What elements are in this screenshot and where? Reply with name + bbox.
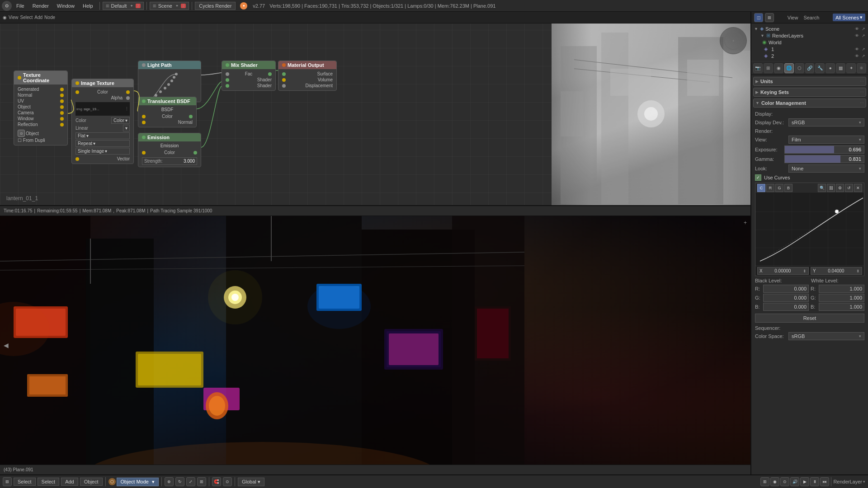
cm-look-dropdown[interactable]: None ▾ [788, 164, 864, 173]
keying-sets-section-header[interactable]: ▶ Keying Sets ⋯ [753, 88, 866, 97]
menu-window[interactable]: Window [53, 2, 78, 9]
it-color-dropdown[interactable]: Color ▾ [111, 117, 130, 124]
blender-icon[interactable]: ⊙ [2, 1, 12, 11]
view-label[interactable]: View [788, 15, 798, 20]
it-color-field[interactable]: Color Color ▾ [75, 117, 130, 124]
layer2-arrow-icon[interactable]: ↗ [862, 54, 865, 58]
scene-arrow-icon[interactable]: ↗ [862, 27, 865, 31]
curves-channel-r[interactable]: R [766, 184, 774, 192]
it-extension-field[interactable]: Repeat ▾ [75, 140, 130, 147]
tc-object-toggle[interactable]: ⊙ Object [18, 130, 39, 137]
bottom-tool-1[interactable]: ⊞ [760, 477, 769, 486]
curves-zoom-in-icon[interactable]: 🔍 [818, 184, 826, 192]
it-interpolation-field[interactable]: Linear ▾ [75, 125, 130, 131]
render-nav-left[interactable]: ◀ [4, 342, 9, 349]
node-editor-menu-view[interactable]: View [9, 15, 19, 20]
emission-node[interactable]: Emission Emission Color Strength: 3.000 [138, 133, 201, 167]
scene-tree-world[interactable]: ◉ World [753, 39, 866, 46]
prop-renderlayers-icon[interactable]: ⊞ [764, 63, 773, 73]
color-management-section-header[interactable]: ▼ Color Management ⋯ [753, 99, 866, 108]
scene-tree-renderlayers[interactable]: ▼ ⊞ RenderLayers 👁 ↗ [753, 32, 866, 39]
transform-scale-icon[interactable]: ⤢ [186, 477, 195, 486]
bottom-select-btn[interactable]: Select [38, 478, 60, 486]
renderlayers-visibility-icon[interactable]: 👁 [855, 33, 859, 38]
curves-y-field[interactable]: Y 0.04000 ⬍ [811, 267, 862, 275]
bottom-tool-3[interactable]: ⊙ [780, 477, 789, 486]
node-editor[interactable]: ◉ View Select Add Node Texture Coordinat… [0, 12, 750, 206]
image-menu-btn[interactable]: ⋮ [125, 107, 129, 111]
white-b-field[interactable]: 1.000 [819, 303, 864, 311]
keying-sets-dots[interactable]: ⋯ [860, 90, 864, 94]
prop-constraints-icon[interactable]: 🔗 [805, 63, 815, 73]
white-g-field[interactable]: 1.000 [819, 294, 864, 302]
scene-visibility-icon[interactable]: 👁 [855, 27, 859, 31]
image-preview-area[interactable]: img sign_19... ⋮ [75, 102, 130, 116]
curves-channel-g[interactable]: G [775, 184, 783, 192]
prop-modifiers-icon[interactable]: 🔧 [815, 63, 825, 73]
cm-display-device-dropdown[interactable]: sRGB ▾ [788, 118, 864, 127]
curves-x-field[interactable]: X 0.00000 ⬍ [757, 267, 809, 275]
curves-channel-b[interactable]: B [784, 184, 793, 192]
black-g-field[interactable]: 0.000 [763, 294, 809, 302]
layer2-visibility-icon[interactable]: 👁 [855, 54, 859, 58]
bottom-tool-6[interactable]: ⏸ [810, 477, 819, 486]
curves-channel-c[interactable]: C [757, 184, 765, 192]
viewport-nav-circle[interactable]: + [720, 27, 747, 54]
cm-dots[interactable]: ⋯ [860, 101, 864, 105]
prop-particles-icon[interactable]: ✦ [846, 63, 856, 73]
menu-help[interactable]: Help [79, 2, 97, 9]
it-interp-dropdown[interactable]: ▾ [123, 125, 130, 131]
node-editor-menu-node[interactable]: Node [44, 15, 55, 20]
transform-rotate-icon[interactable]: ↻ [175, 477, 184, 486]
layer1-visibility-icon[interactable]: 👁 [855, 47, 859, 52]
reset-button[interactable]: Reset [755, 314, 864, 323]
transform-grab-icon[interactable]: ⊕ [165, 477, 174, 486]
right-panel-icon-2[interactable]: ⊞ [765, 13, 774, 22]
render-layer-arrow[interactable]: ▾ [863, 479, 865, 484]
material-output-node[interactable]: Material Output Surface Volume Displacem… [278, 61, 337, 91]
curves-x-arrows[interactable]: ⬍ [803, 269, 807, 273]
curves-area[interactable]: C R G B 🔍 ⛓ ⚙ ↺ ✕ [755, 183, 864, 276]
transform-mode-icon[interactable]: ⊞ [197, 477, 206, 486]
bottom-tool-7[interactable]: ⏭ [820, 477, 829, 486]
bottom-tool-2[interactable]: ◉ [770, 477, 779, 486]
renderlayers-arrow-icon[interactable]: ↗ [862, 33, 865, 38]
curves-canvas[interactable] [755, 193, 864, 266]
all-scenes-selector[interactable]: All Scenes ▾ [833, 14, 865, 21]
em-strength-field[interactable]: Strength: 3.000 [142, 157, 197, 165]
object-mode-selector[interactable]: Object Mode ▾ [117, 478, 159, 486]
menu-render[interactable]: Render [29, 2, 52, 9]
scene-selector[interactable]: ⊞ Scene + 2 [150, 2, 189, 10]
scene-tree-layer2[interactable]: ◈ 2 👁 ↗ [753, 52, 866, 59]
workspace-selector[interactable]: ⊞ Default + 2 [103, 2, 144, 10]
global-selector[interactable]: Global ▾ [238, 478, 264, 486]
scene-tree-layer1[interactable]: ◈ 1 👁 ↗ [753, 46, 866, 52]
bottom-tool-4[interactable]: 🔊 [790, 477, 799, 486]
bottom-icon-left[interactable]: ⊞ [3, 477, 12, 486]
menu-file[interactable]: File [13, 2, 28, 9]
bottom-object-btn[interactable]: Object [80, 478, 103, 486]
cm-gamma-slider[interactable]: 0.831 [784, 155, 864, 163]
proportional-icon[interactable]: ⊙ [223, 477, 232, 486]
prop-object-icon[interactable]: ⬡ [795, 63, 804, 73]
it-source-field[interactable]: Single Image ▾ [75, 148, 130, 155]
curves-reset-icon[interactable]: ↺ [845, 184, 853, 192]
curves-close-icon[interactable]: ✕ [854, 184, 862, 192]
mix-shader-node[interactable]: Mix Shader Fac Shader Shader [222, 61, 276, 91]
it-projection-dropdown[interactable]: Flat ▾ [75, 132, 130, 139]
light-path-node[interactable]: Light Path [138, 61, 201, 102]
units-section-header[interactable]: ▶ Units ⋯ [753, 77, 866, 86]
bottom-add-btn[interactable]: Add [61, 478, 78, 486]
right-panel-icon-1[interactable]: ◫ [754, 13, 763, 22]
cm-use-curves-checkbox[interactable]: ✓ [755, 174, 761, 181]
scene-tree-scene[interactable]: ▼ ◈ Scene 👁 ↗ [753, 25, 866, 32]
color-space-dropdown[interactable]: sRGB ▾ [788, 332, 864, 340]
layer1-arrow-icon[interactable]: ↗ [862, 47, 865, 52]
search-label[interactable]: Search [803, 15, 819, 20]
it-extension-dropdown[interactable]: Repeat ▾ [75, 140, 130, 147]
curves-link-icon[interactable]: ⛓ [827, 184, 835, 192]
prop-material-icon[interactable]: ● [826, 63, 835, 73]
black-b-field[interactable]: 0.000 [763, 303, 809, 311]
translucent-bsdf-node[interactable]: Translucent BSDF BSDF Color Normal [138, 97, 197, 127]
render-engine-selector[interactable]: Cycles Render [195, 2, 236, 10]
